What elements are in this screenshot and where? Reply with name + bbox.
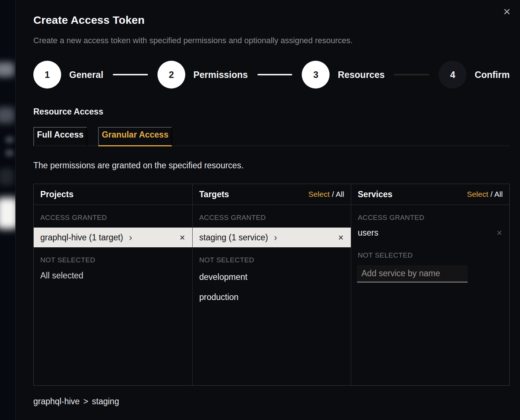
breadcrumb-target: staging <box>92 397 119 406</box>
services-select-link[interactable]: Select <box>467 190 488 198</box>
targets-access-granted-label: ACCESS GRANTED <box>193 205 351 222</box>
step-permissions-circle: 2 <box>157 61 185 89</box>
remove-service-icon[interactable]: × <box>496 228 503 238</box>
dialog-subtitle: Create a new access token with specified… <box>33 36 510 45</box>
projects-header: Projects <box>34 184 192 205</box>
services-all-link[interactable]: / All <box>488 190 503 198</box>
projects-title: Projects <box>40 190 74 199</box>
breadcrumb-separator: > <box>83 397 88 406</box>
tab-full-access[interactable]: Full Access <box>33 127 87 146</box>
step-resources-circle: 3 <box>302 61 330 89</box>
targets-all-link[interactable]: / All <box>330 190 344 198</box>
targets-header: Targets Select / All <box>193 184 351 205</box>
tab-granular-access[interactable]: Granular Access <box>98 127 172 146</box>
blurred-sidebar-item <box>0 198 15 229</box>
step-general-label: General <box>69 70 103 80</box>
project-granted-row[interactable]: graphql-hive (1 target) › × <box>34 228 192 247</box>
projects-access-granted-label: ACCESS GRANTED <box>34 205 192 222</box>
step-permissions[interactable]: 2 Permissions <box>157 61 248 89</box>
create-access-token-dialog: × Create Access Token Create a new acces… <box>15 0 520 420</box>
step-connector <box>257 74 293 75</box>
step-connector <box>113 74 148 75</box>
service-granted-label: users <box>358 228 378 238</box>
screen: × Create Access Token Create a new acces… <box>0 0 520 420</box>
project-granted-label: graphql-hive (1 target) <box>40 233 123 243</box>
projects-all-selected-note: All selected <box>34 264 192 281</box>
dialog-title: Create Access Token <box>33 0 510 26</box>
service-granted-row: users × <box>351 223 509 243</box>
blurred-sidebar-item <box>0 168 14 185</box>
step-permissions-label: Permissions <box>193 70 248 80</box>
step-resources[interactable]: 3 Resources <box>302 61 385 89</box>
blurred-sidebar-item <box>5 136 14 143</box>
targets-options: development production <box>193 267 351 307</box>
step-general[interactable]: 1 General <box>33 61 103 89</box>
column-targets: Targets Select / All ACCESS GRANTED stag… <box>192 184 351 385</box>
blurred-sidebar-item <box>0 107 15 123</box>
resource-access-tabs: Full Access Granular Access <box>33 127 510 146</box>
target-option-production[interactable]: production <box>193 287 351 307</box>
stepper: 1 General 2 Permissions 3 Resources 4 Co… <box>33 61 510 89</box>
breadcrumb-project: graphql-hive <box>33 397 80 406</box>
column-projects: Projects ACCESS GRANTED graphql-hive (1 … <box>34 184 192 385</box>
services-header: Services Select / All <box>351 184 509 205</box>
step-confirm-label: Confirm <box>475 70 510 80</box>
resources-description: The permissions are granted on the speci… <box>33 161 510 170</box>
step-general-circle: 1 <box>33 61 61 89</box>
targets-not-selected-label: NOT SELECTED <box>193 247 351 264</box>
resource-access-heading: Resource Access <box>33 107 510 117</box>
step-confirm[interactable]: 4 Confirm <box>439 61 510 89</box>
targets-select-link[interactable]: Select <box>308 190 330 198</box>
blurred-sidebar-item <box>5 149 14 157</box>
step-resources-label: Resources <box>338 70 385 80</box>
targets-select-all: Select / All <box>308 190 344 199</box>
targets-title: Targets <box>199 190 229 199</box>
chevron-right-icon: › <box>274 233 277 242</box>
blurred-sidebar-item <box>0 62 15 77</box>
services-title: Services <box>358 190 393 199</box>
column-services: Services Select / All ACCESS GRANTED use… <box>351 184 509 385</box>
remove-target-icon[interactable]: × <box>337 232 344 243</box>
target-granted-label: staging (1 service) <box>199 233 268 243</box>
services-not-selected-label: NOT SELECTED <box>351 243 509 259</box>
target-granted-row[interactable]: staging (1 service) › × <box>193 228 351 247</box>
background-page-blurred <box>0 0 15 420</box>
step-confirm-circle: 4 <box>439 61 467 89</box>
add-service-input[interactable] <box>357 265 468 282</box>
close-icon[interactable]: × <box>501 3 513 20</box>
services-select-all: Select / All <box>467 190 503 199</box>
step-connector-pending <box>394 74 429 75</box>
services-access-granted-label: ACCESS GRANTED <box>351 205 509 222</box>
target-option-development[interactable]: development <box>193 267 351 287</box>
breadcrumb: graphql-hive>staging <box>33 397 510 406</box>
chevron-right-icon: › <box>129 233 132 242</box>
remove-project-icon[interactable]: × <box>179 232 186 243</box>
projects-not-selected-label: NOT SELECTED <box>34 247 192 264</box>
resource-table: Projects ACCESS GRANTED graphql-hive (1 … <box>33 184 510 386</box>
